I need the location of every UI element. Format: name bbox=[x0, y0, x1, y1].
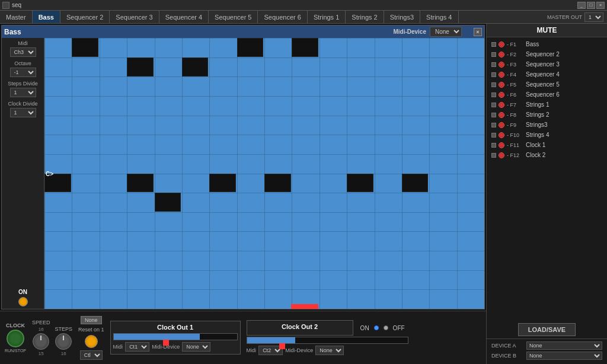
tab-sequencer4[interactable]: Sequencer 4 bbox=[159, 11, 209, 23]
clock-out-2-device-select[interactable]: None bbox=[315, 346, 344, 355]
midi-device-label: Midi-Device bbox=[393, 28, 426, 35]
tab-strings1[interactable]: Strings 1 bbox=[308, 11, 346, 23]
run-stop-label: RUN/STOP bbox=[5, 349, 26, 353]
minimize-button[interactable]: _ bbox=[577, 2, 586, 9]
master-out-select[interactable]: 1234 bbox=[584, 12, 603, 22]
window-controls[interactable]: _ □ × bbox=[577, 2, 605, 9]
master-out-label: MASTER OUT bbox=[547, 14, 582, 20]
tab-sequencer6[interactable]: Sequencer 6 bbox=[258, 11, 307, 23]
mute-led-f4[interactable] bbox=[499, 72, 504, 78]
device-a-label: DEVICE A bbox=[491, 343, 524, 349]
note-block[interactable] bbox=[127, 58, 154, 76]
maximize-button[interactable]: □ bbox=[587, 2, 595, 9]
reset-knob[interactable] bbox=[85, 335, 98, 348]
mute-led-f12[interactable] bbox=[499, 152, 504, 158]
mute-name: Sequencer 3 bbox=[526, 61, 560, 68]
mute-led-f2[interactable] bbox=[499, 52, 504, 58]
clock-out-1-midi-ch[interactable]: Ct1 bbox=[125, 342, 149, 352]
tab-bass[interactable]: Bass bbox=[33, 11, 60, 23]
mute-led-f5[interactable] bbox=[499, 82, 504, 88]
mute-led-f3[interactable] bbox=[499, 62, 504, 68]
mute-led-f11[interactable] bbox=[499, 142, 504, 148]
tab-sequencer3[interactable]: Sequencer 3 bbox=[110, 11, 159, 23]
ctl-select[interactable]: Ctl bbox=[80, 350, 103, 360]
clock-out-2-panel: Clock Out 2 bbox=[247, 320, 353, 336]
note-block[interactable] bbox=[155, 193, 181, 212]
none-button[interactable]: None bbox=[81, 316, 102, 324]
midi-control: Midi Ch3Ch1Ch2 bbox=[4, 40, 41, 57]
mute-mini-btn[interactable] bbox=[491, 143, 496, 148]
note-block[interactable] bbox=[237, 38, 264, 57]
on-radio[interactable] bbox=[374, 325, 379, 330]
note-block[interactable] bbox=[72, 38, 98, 57]
tab-strings3[interactable]: Strings3 bbox=[384, 11, 420, 23]
clock-out-2-midi-row: Midi Ct2 Midi-Device None bbox=[247, 346, 408, 355]
midi-device-select[interactable]: None bbox=[430, 27, 462, 37]
steps-divide-select[interactable]: 124 bbox=[10, 88, 36, 97]
mute-mini-btn[interactable] bbox=[491, 153, 496, 158]
right-panel: MUTE - F1 Bass - F2 Sequencer 2 - F3 Seq… bbox=[486, 24, 607, 364]
bass-titlebar: Bass Midi-Device None × bbox=[2, 25, 484, 38]
sequencer-grid[interactable]: C> bbox=[44, 38, 484, 309]
mute-fkey: - F8 bbox=[507, 112, 523, 118]
close-button[interactable]: × bbox=[596, 2, 605, 9]
tab-master[interactable]: Master bbox=[0, 11, 33, 23]
mute-led-f9[interactable] bbox=[499, 122, 504, 128]
on-label: ON bbox=[18, 289, 27, 295]
octave-select[interactable]: -1012 bbox=[10, 68, 36, 77]
clock-divide-select[interactable]: 124 bbox=[10, 108, 36, 117]
tab-strings2[interactable]: Strings 2 bbox=[346, 11, 384, 23]
mute-item-f12: - F12 Clock 2 bbox=[489, 151, 605, 159]
mute-mini-btn[interactable] bbox=[491, 92, 496, 97]
mute-led-f6[interactable] bbox=[499, 92, 504, 98]
on-knob[interactable] bbox=[18, 297, 28, 306]
note-block[interactable] bbox=[209, 174, 236, 193]
mute-mini-btn[interactable] bbox=[491, 82, 496, 87]
mute-fkey: - F4 bbox=[507, 72, 523, 78]
off-text: OFF bbox=[393, 325, 405, 331]
mute-led-f8[interactable] bbox=[499, 112, 504, 118]
speed-knob[interactable] bbox=[33, 333, 49, 350]
clock-out-2-device-label: Midi-Device bbox=[285, 347, 313, 353]
steps-knob[interactable] bbox=[55, 333, 72, 350]
grid-area: C> bbox=[44, 38, 484, 309]
note-block[interactable] bbox=[347, 174, 373, 193]
mute-fkey: - F11 bbox=[507, 142, 523, 148]
tab-sequencer2[interactable]: Sequencer 2 bbox=[60, 11, 110, 23]
mute-led-f1[interactable] bbox=[499, 41, 504, 47]
tab-strings4[interactable]: Strings 4 bbox=[420, 11, 458, 23]
device-a-select[interactable]: None bbox=[526, 341, 602, 350]
mute-mini-btn[interactable] bbox=[491, 123, 496, 127]
mute-mini-btn[interactable] bbox=[491, 133, 496, 138]
note-block[interactable] bbox=[264, 174, 291, 193]
midi-channel-select[interactable]: Ch3Ch1Ch2 bbox=[10, 47, 36, 57]
mute-mini-btn[interactable] bbox=[491, 52, 496, 57]
mute-led-f10[interactable] bbox=[499, 132, 504, 138]
note-block[interactable] bbox=[127, 174, 154, 193]
mute-item-f10: - F10 Strings 4 bbox=[489, 130, 605, 139]
mute-mini-btn[interactable] bbox=[491, 103, 496, 107]
mute-mini-btn[interactable] bbox=[491, 62, 496, 67]
mute-mini-btn[interactable] bbox=[491, 113, 496, 117]
clock-out-1-device-select[interactable]: None bbox=[182, 342, 210, 352]
bass-close-button[interactable]: × bbox=[474, 28, 482, 36]
load-save-button[interactable]: LOAD/SAVE bbox=[518, 323, 576, 336]
mute-item-f4: - F4 Sequencer 4 bbox=[489, 70, 605, 79]
run-stop-button[interactable] bbox=[7, 330, 24, 347]
clock-out-2-midi-label: Midi bbox=[247, 347, 257, 353]
mute-fkey: - F2 bbox=[507, 52, 523, 58]
clock-out-2-bar bbox=[247, 337, 408, 344]
note-block[interactable] bbox=[292, 38, 318, 57]
main-area: Bass Midi-Device None × Midi Ch3Ch1Ch2 bbox=[0, 24, 607, 364]
device-b-select[interactable]: None bbox=[526, 352, 602, 360]
mute-led-f7[interactable] bbox=[499, 102, 504, 108]
clock-out-2-section: Clock Out 2 ON OFF bbox=[247, 320, 408, 355]
mute-item-f8: - F8 Strings 2 bbox=[489, 110, 605, 119]
note-block[interactable] bbox=[182, 58, 209, 76]
speed-value-bottom: 15 bbox=[39, 351, 44, 356]
tab-sequencer5[interactable]: Sequencer 5 bbox=[209, 11, 258, 23]
note-block[interactable] bbox=[402, 174, 429, 193]
mute-mini-btn[interactable] bbox=[491, 72, 496, 77]
off-radio[interactable] bbox=[384, 325, 388, 330]
mute-mini-btn[interactable] bbox=[491, 42, 496, 47]
